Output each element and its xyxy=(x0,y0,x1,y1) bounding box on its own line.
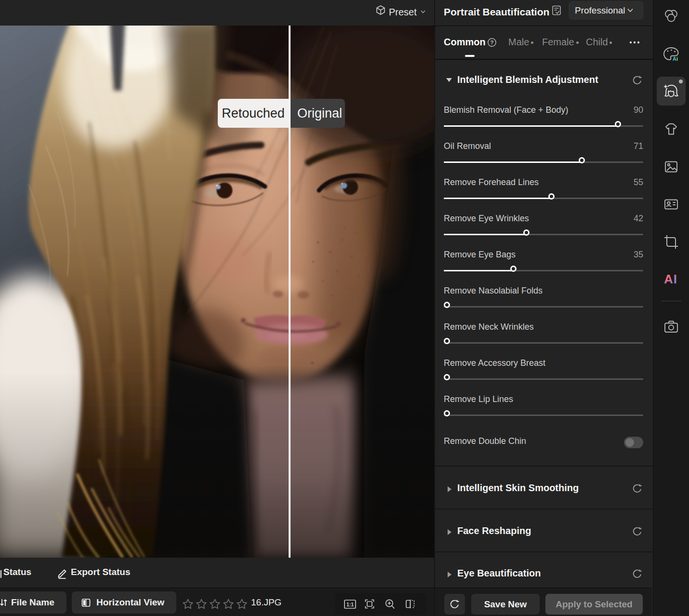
svg-text:?: ? xyxy=(490,40,493,45)
svg-text:AI: AI xyxy=(664,272,677,286)
svg-text:1:1: 1:1 xyxy=(346,602,354,607)
svg-text:Ai: Ai xyxy=(673,56,678,62)
